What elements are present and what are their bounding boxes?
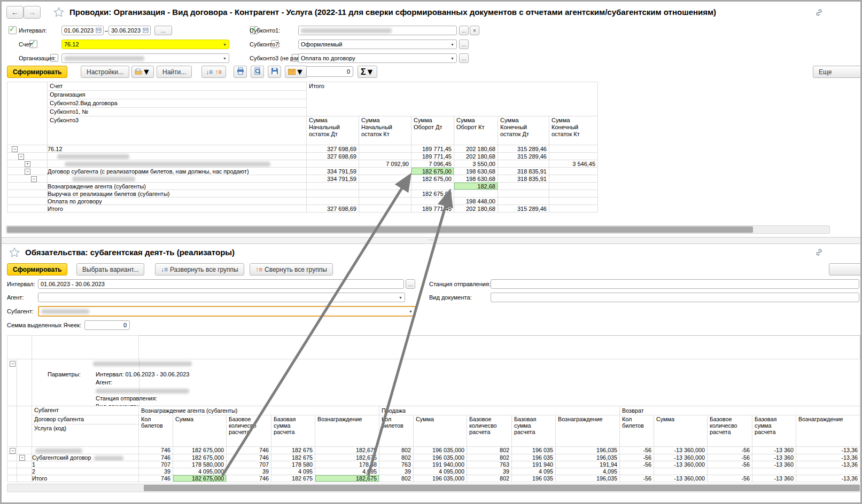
collapse-node-icon[interactable]: −: [18, 154, 24, 160]
cell[interactable]: -13,36: [796, 454, 860, 461]
doctype-field[interactable]: [491, 293, 859, 302]
cell[interactable]: 763: [379, 461, 414, 468]
cell[interactable]: 327 698,69: [307, 145, 359, 153]
cell[interactable]: 763: [467, 461, 512, 468]
account-field[interactable]: 76.12 ▼: [61, 40, 229, 49]
cell[interactable]: 3 550,00: [454, 160, 498, 168]
column-header[interactable]: Базовая сумма расчета: [512, 415, 556, 447]
row-label[interactable]: [32, 447, 139, 454]
cell[interactable]: 4,095: [315, 468, 379, 475]
cell[interactable]: 707: [139, 461, 173, 468]
cell[interactable]: [498, 160, 549, 168]
cell[interactable]: 189 771,45: [411, 205, 454, 212]
cell[interactable]: 182 675: [271, 475, 315, 482]
cell[interactable]: 198 448,00: [454, 198, 498, 205]
column-header[interactable]: Сумма: [173, 415, 227, 447]
cell[interactable]: 182 675: [271, 447, 315, 454]
highlighted-cell[interactable]: 182,675: [315, 475, 379, 482]
cell[interactable]: 4,095: [556, 468, 620, 475]
cell[interactable]: 191,94: [556, 461, 620, 468]
cell[interactable]: [708, 468, 752, 475]
cell[interactable]: 334 791,59: [307, 175, 359, 183]
choose-variant-button[interactable]: Выбрать вариант...: [76, 263, 144, 275]
horizontal-scrollbar[interactable]: [6, 225, 830, 234]
cell[interactable]: 196 035: [512, 475, 556, 482]
cell[interactable]: 315 289,46: [498, 153, 549, 160]
row-label[interactable]: Итого: [32, 475, 139, 482]
cell[interactable]: -56: [708, 461, 752, 468]
cell[interactable]: 196 035: [512, 454, 556, 461]
cell[interactable]: [498, 183, 549, 190]
collapse-node-icon[interactable]: −: [31, 176, 37, 182]
column-header[interactable]: Сумма Начальный остаток Дт: [307, 116, 359, 145]
row-label[interactable]: 76.12: [48, 145, 307, 153]
cell[interactable]: 196,035: [556, 454, 620, 461]
cell[interactable]: [549, 198, 598, 205]
collapse-node-icon[interactable]: −: [19, 455, 25, 461]
collapse-node-icon[interactable]: −: [25, 169, 30, 175]
cell[interactable]: -13,36: [796, 461, 860, 468]
collapse-node-icon[interactable]: −: [10, 448, 15, 454]
cell[interactable]: [359, 198, 411, 205]
row-header[interactable]: Субконто3: [48, 116, 307, 145]
calendar-icon[interactable]: [141, 27, 149, 34]
row-header[interactable]: Организация: [48, 91, 307, 99]
highlighted-cell[interactable]: 182 675,00: [411, 168, 454, 175]
interval-choose-button[interactable]: ...: [406, 279, 415, 289]
column-header[interactable]: Базовая сумма расчета: [271, 415, 315, 447]
column-header[interactable]: Сумма Начальный остаток Кт: [359, 116, 411, 145]
cell[interactable]: 196,035: [556, 447, 620, 454]
cell[interactable]: -13 360,000: [654, 454, 708, 461]
column-header[interactable]: Кол билетов: [379, 415, 414, 447]
cell[interactable]: -56: [620, 454, 654, 461]
cell[interactable]: 4 095: [512, 468, 556, 475]
cell[interactable]: 707: [227, 461, 271, 468]
print-button[interactable]: [234, 66, 247, 78]
cell[interactable]: 202 180,68: [454, 145, 498, 153]
subagent-field[interactable]: ▼: [38, 306, 416, 317]
calendar-icon[interactable]: [94, 27, 102, 34]
row-label[interactable]: [48, 160, 307, 168]
cell[interactable]: 802: [467, 447, 512, 454]
cell[interactable]: [307, 183, 359, 190]
cell[interactable]: 191 940,000: [414, 461, 467, 468]
cell[interactable]: 746: [227, 475, 271, 482]
cell[interactable]: [359, 183, 411, 190]
cell[interactable]: 39: [139, 468, 173, 475]
cell[interactable]: 39: [227, 468, 271, 475]
org-field[interactable]: ▼: [61, 53, 229, 63]
cell[interactable]: 182 675,00: [411, 190, 454, 198]
get-link-icon[interactable]: [814, 248, 824, 259]
cell[interactable]: 39: [467, 468, 512, 475]
selected-cells-sum-field[interactable]: 0: [306, 66, 353, 77]
cell[interactable]: -56: [620, 461, 654, 468]
favorite-star-icon[interactable]: [53, 7, 64, 20]
preview-button[interactable]: [251, 66, 264, 78]
cell[interactable]: 802: [379, 454, 414, 461]
row-label[interactable]: Выручка от реализации билетов (субагенты…: [48, 190, 307, 198]
cell[interactable]: 4 095,000: [414, 468, 467, 475]
column-header[interactable]: Сумма: [414, 415, 467, 447]
row-label[interactable]: 1: [32, 461, 139, 468]
row-header[interactable]: Договор субагента: [32, 415, 139, 424]
cell[interactable]: 189 771,45: [411, 153, 454, 160]
interval-field[interactable]: 01.06.2023 - 30.06.2023: [38, 279, 404, 289]
more-button[interactable]: Еще: [813, 66, 862, 78]
cell[interactable]: [307, 190, 359, 198]
pane-splitter[interactable]: ⋯: [2, 237, 860, 244]
cell[interactable]: 182 675,000: [173, 447, 227, 454]
cell[interactable]: 196 035: [512, 447, 556, 454]
cell[interactable]: [454, 190, 498, 198]
cell[interactable]: [549, 183, 598, 190]
column-header[interactable]: Сумма Оборот Кт: [454, 116, 498, 145]
column-header[interactable]: Вознаграждение: [796, 415, 860, 447]
sum-button[interactable]: Σ ▼: [358, 66, 377, 78]
cell[interactable]: 189 771,45: [411, 145, 454, 153]
subconto1-field[interactable]: [298, 26, 457, 35]
cell[interactable]: 746: [139, 475, 173, 482]
interval-from-field[interactable]: 01.06.2023: [61, 26, 104, 35]
cell[interactable]: [796, 468, 860, 475]
find-button[interactable]: Найти...: [157, 66, 192, 78]
cell[interactable]: 182,675: [315, 454, 379, 461]
cell[interactable]: [359, 205, 411, 212]
